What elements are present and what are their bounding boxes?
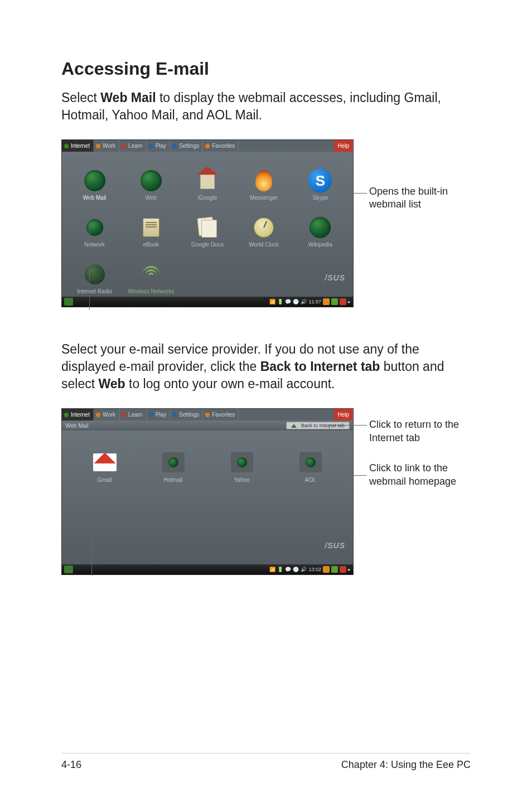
tab-label: Play <box>156 143 166 149</box>
tab-settings[interactable]: Settings <box>170 409 203 421</box>
tab-favorites[interactable]: Favorites <box>203 409 239 421</box>
app-item-network[interactable]: Network <box>67 203 122 248</box>
tab-label: Help <box>337 412 349 418</box>
callout-line <box>354 193 367 194</box>
app-item-igoogle[interactable]: iGoogle <box>180 156 234 201</box>
app-label: Google Docs <box>191 241 224 248</box>
tab-label: Favorites <box>212 143 235 149</box>
clock-icon <box>254 218 274 238</box>
screenshot-1-wrap: Internet Work Learn Play Settings Favori… <box>61 139 471 307</box>
aol-icon <box>299 452 322 472</box>
tray-icon[interactable] <box>340 298 346 305</box>
arrow-up-icon <box>291 424 297 428</box>
subheader-bar: Web Mail Back to Internet tab <box>62 421 353 431</box>
app-item-wirelessnetworks[interactable]: Wireless Networks <box>124 250 178 294</box>
app-label: iGoogle <box>198 195 217 201</box>
tab-work[interactable]: Work <box>94 140 119 152</box>
app-label: Skype <box>312 195 328 201</box>
app-label: eBook <box>143 241 159 248</box>
app-item-googledocs[interactable]: Google Docs <box>180 203 234 248</box>
tray-icon[interactable] <box>323 566 330 573</box>
webmail-item-gmail[interactable]: Gmail <box>72 439 137 483</box>
tab-work[interactable]: Work <box>94 409 119 421</box>
tab-play[interactable]: Play <box>147 140 170 152</box>
tab-play[interactable]: Play <box>147 409 170 421</box>
dot-icon <box>96 144 100 148</box>
dot-icon <box>149 413 153 417</box>
dot-icon <box>122 144 126 148</box>
tab-internet[interactable]: Internet <box>62 140 94 152</box>
hotmail-icon <box>162 452 185 472</box>
webmail-label: AOL <box>304 477 316 483</box>
app-label: Wireless Networks <box>128 288 174 294</box>
tab-help[interactable]: Help <box>334 409 353 421</box>
app-window-2: Internet Work Learn Play Settings Favori… <box>61 408 354 575</box>
radio-globe-icon <box>85 264 105 284</box>
tray-icon[interactable]: 🕑 <box>293 567 299 572</box>
app-label: Web <box>146 195 157 201</box>
app-label: Wikipedia <box>308 241 332 248</box>
tray-icon[interactable]: 🔊 <box>301 567 307 572</box>
webmail-label: Gmail <box>97 477 112 483</box>
tab-internet[interactable]: Internet <box>62 409 94 421</box>
tab-label: Help <box>337 143 349 149</box>
dot-icon <box>205 144 210 148</box>
tab-label: Settings <box>179 143 199 149</box>
app-item-ebook[interactable]: eBook <box>124 203 178 248</box>
tab-label: Internet <box>71 143 90 149</box>
globe-icon <box>141 170 162 191</box>
tray-icon[interactable]: 🔋 <box>277 299 283 305</box>
asus-logo: /SUS <box>325 541 345 550</box>
start-button[interactable] <box>64 298 73 306</box>
app-body-2: Gmail Hotmail Yahoo AOL <box>62 431 353 564</box>
tray-icon[interactable]: 📶 <box>269 567 275 572</box>
tab-settings[interactable]: Settings <box>170 140 203 152</box>
tab-label: Play <box>156 412 166 418</box>
webmail-item-yahoo[interactable]: Yahoo <box>209 439 274 483</box>
tray-icon[interactable] <box>331 566 338 573</box>
app-item-skype[interactable]: S Skype <box>293 156 347 201</box>
p2-text-c: to log onto your own e-mail account. <box>125 376 335 391</box>
tray-icon[interactable] <box>340 566 346 573</box>
tab-favorites[interactable]: Favorites <box>203 140 239 152</box>
tray-icon[interactable] <box>331 298 338 305</box>
back-to-internet-tab-button[interactable]: Back to Internet tab <box>286 422 350 429</box>
dot-icon <box>172 144 177 148</box>
webmail-item-hotmail[interactable]: Hotmail <box>141 439 206 483</box>
dot-icon <box>64 144 69 148</box>
dot-icon <box>149 144 153 148</box>
app-item-webmail[interactable]: Web Mail <box>67 156 122 201</box>
tray-icon[interactable]: 🔊 <box>301 299 307 305</box>
tab-learn[interactable]: Learn <box>119 409 147 421</box>
callout-line <box>329 425 330 429</box>
screenshot-2-wrap: Internet Work Learn Play Settings Favori… <box>61 408 471 575</box>
callout-text-1: Opens the built-in webmail list <box>369 185 481 211</box>
tray-icon[interactable]: 🔋 <box>277 567 283 572</box>
webmail-item-aol[interactable]: AOL <box>278 439 343 483</box>
app-item-worldclock[interactable]: World Clock <box>237 203 291 248</box>
tray-icon[interactable]: 💬 <box>285 299 291 305</box>
tray-icon[interactable] <box>323 298 330 305</box>
tray-icon[interactable]: 🕑 <box>293 299 299 305</box>
tray-icon[interactable]: 💬 <box>285 567 291 572</box>
tray-icon[interactable]: 📶 <box>269 299 275 305</box>
app-body-1: Web Mail Web iGoogle Messenger <box>62 152 353 297</box>
system-tray: 📶 🔋 💬 🕑 🔊 11:57 ▸ <box>269 298 351 305</box>
globe-icon <box>309 217 331 238</box>
taskbar-2: 📶 🔋 💬 🕑 🔊 13:02 ▸ <box>62 564 353 574</box>
start-button[interactable] <box>64 566 73 573</box>
app-item-wikipedia[interactable]: Wikipedia <box>293 203 347 248</box>
tab-label: Learn <box>128 143 143 149</box>
app-item-messenger[interactable]: Messenger <box>237 156 291 201</box>
system-tray: 📶 🔋 💬 🕑 🔊 13:02 ▸ <box>269 566 351 573</box>
app-item-web[interactable]: Web <box>124 156 178 201</box>
tab-label: Settings <box>179 412 199 418</box>
tray-arrow-icon[interactable]: ▸ <box>348 299 351 305</box>
tab-help[interactable]: Help <box>334 140 353 152</box>
tray-clock: 11:57 <box>308 299 321 305</box>
section-heading: Accessing E-mail <box>61 59 471 79</box>
tray-arrow-icon[interactable]: ▸ <box>348 567 351 572</box>
app-item-internetradio[interactable]: Internet Radio <box>67 250 122 294</box>
tab-learn[interactable]: Learn <box>119 140 147 152</box>
app-label: Internet Radio <box>77 288 112 294</box>
